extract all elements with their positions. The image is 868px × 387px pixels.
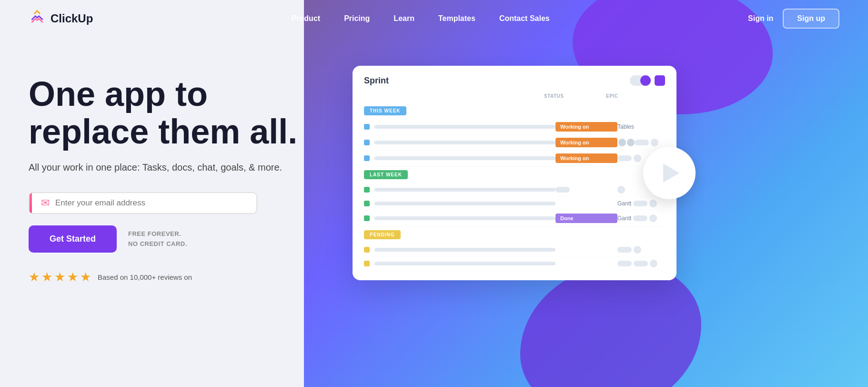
star-1: ★: [29, 270, 40, 285]
table-row: [364, 257, 665, 271]
small-pill: [633, 201, 647, 206]
task-bar: [374, 156, 555, 160]
star-2: ★: [41, 270, 52, 285]
table-row: [364, 183, 665, 197]
rating-text: Based on 10,000+ reviews on: [98, 273, 192, 281]
toggle-dot: [640, 75, 651, 86]
table-row: [364, 243, 665, 257]
epic-pills: Gantt: [617, 214, 665, 222]
epic-pills: [555, 187, 617, 193]
epic-pills: [617, 246, 665, 254]
task-bar: [374, 262, 555, 265]
hero-subtitle: All your work in one place: Tasks, docs,…: [29, 162, 324, 173]
sprint-header: Sprint: [364, 75, 665, 86]
table-row: Working on Tables: [364, 119, 665, 135]
epic-pills: [617, 138, 665, 147]
task-dot: [364, 261, 370, 266]
nav-product[interactable]: Product: [292, 14, 320, 22]
navbar: ClickUp Product Pricing Learn Templates …: [0, 0, 868, 37]
task-dot: [364, 247, 370, 253]
small-circle: [634, 154, 641, 162]
email-icon: ✉: [41, 197, 50, 209]
signup-button[interactable]: Sign up: [783, 9, 839, 29]
status-badge: Done: [555, 214, 617, 223]
hero-left: One app to replace them all. All your wo…: [29, 66, 324, 285]
email-left-bar: [30, 193, 32, 213]
cta-row: Get Started FREE FOREVER. NO CREDIT CARD…: [29, 225, 324, 253]
nav-learn[interactable]: Learn: [394, 14, 414, 22]
table-row: Done Gantt: [364, 211, 665, 226]
section-pending: PENDING: [364, 226, 665, 271]
small-circle: [634, 246, 641, 254]
nav-links: Product Pricing Learn Templates Contact …: [292, 14, 550, 23]
play-triangle-icon: [663, 163, 679, 183]
task-dot: [364, 140, 370, 145]
badge-this-week: THIS WEEK: [364, 106, 406, 115]
table-row: Working on: [364, 151, 665, 166]
hero-section: One app to replace them all. All your wo…: [0, 37, 868, 285]
table-row: Working on: [364, 135, 665, 151]
sprint-card: Sprint STATUS EPIC THIS WEEK: [353, 66, 676, 280]
small-pill: [635, 140, 649, 145]
nav-pricing[interactable]: Pricing: [344, 14, 370, 22]
rating-row: ★ ★ ★ ★ ★ Based on 10,000+ reviews on: [29, 270, 324, 285]
get-started-button[interactable]: Get Started: [29, 225, 117, 253]
toggle-pill[interactable]: [630, 75, 651, 86]
badge-last-week: LAST WEEK: [364, 170, 408, 179]
col-epic: EPIC: [606, 93, 654, 99]
logo-link[interactable]: ClickUp: [29, 10, 93, 27]
column-headers: STATUS EPIC: [364, 93, 665, 99]
task-bar: [374, 188, 555, 192]
star-4: ★: [67, 270, 78, 285]
star-5: ★: [80, 270, 91, 285]
small-pill: [555, 187, 570, 193]
epic-pills: Gantt: [617, 200, 665, 207]
small-pill: [634, 261, 648, 266]
nav-contact-sales[interactable]: Contact Sales: [499, 14, 550, 22]
task-dot: [364, 124, 370, 130]
small-circle: [650, 260, 657, 267]
signin-button[interactable]: Sign in: [748, 14, 773, 23]
section-this-week: THIS WEEK Working on Tables Working on: [364, 102, 665, 166]
email-input[interactable]: [55, 198, 249, 208]
status-badge: Working on: [555, 138, 617, 147]
task-bar: [374, 248, 555, 252]
small-pill: [617, 247, 632, 253]
small-circle: [651, 139, 658, 146]
small-circle: [649, 214, 657, 222]
task-bar: [374, 202, 555, 205]
logo-icon: [29, 10, 46, 27]
task-bar: [374, 216, 555, 220]
logo-text: ClickUp: [50, 12, 93, 25]
task-bar: [374, 141, 555, 144]
status-badge: Working on: [555, 153, 617, 163]
small-pill: [617, 261, 632, 266]
view-icon[interactable]: [655, 75, 665, 86]
nav-actions: Sign in Sign up: [748, 9, 839, 29]
email-form: ✉: [29, 192, 257, 214]
status-badge: Working on: [555, 122, 617, 132]
avatar: [617, 138, 627, 147]
task-dot: [364, 215, 370, 221]
small-circle: [649, 200, 657, 207]
task-dot: [364, 187, 370, 193]
free-forever-text: FREE FOREVER. NO CREDIT CARD.: [128, 229, 187, 249]
hero-title: One app to replace them all.: [29, 75, 324, 151]
small-pill: [617, 155, 632, 161]
table-row: Gantt: [364, 197, 665, 211]
task-bar: [374, 125, 555, 129]
nav-templates[interactable]: Templates: [438, 14, 475, 22]
sprint-title: Sprint: [364, 76, 389, 86]
badge-pending: PENDING: [364, 230, 401, 239]
task-dot: [364, 155, 370, 161]
col-status: STATUS: [544, 93, 606, 99]
small-pill: [633, 215, 647, 221]
sprint-controls: [630, 75, 665, 86]
star-rating: ★ ★ ★ ★ ★: [29, 270, 91, 285]
epic-label: Tables: [617, 123, 665, 130]
play-button[interactable]: [643, 147, 696, 199]
epic-pills: [617, 260, 665, 267]
task-dot: [364, 201, 370, 206]
star-3: ★: [54, 270, 65, 285]
hero-right: Sprint STATUS EPIC THIS WEEK: [324, 66, 839, 280]
